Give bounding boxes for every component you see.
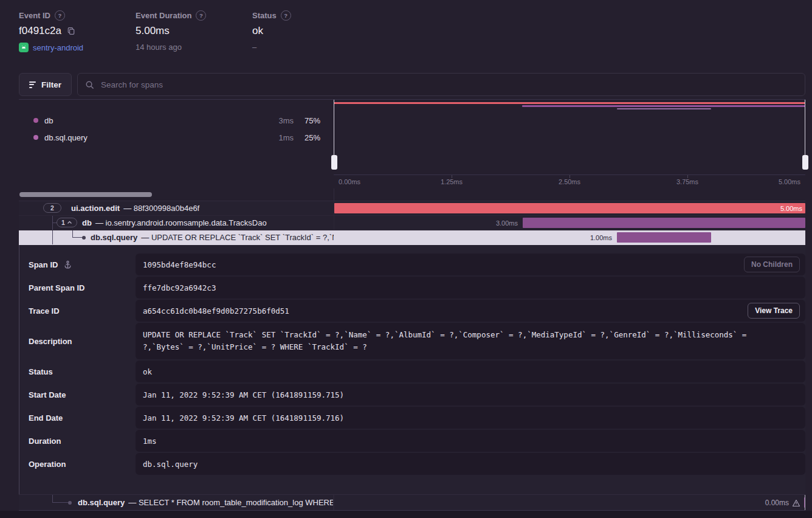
op-color-dot <box>33 118 38 123</box>
project-link[interactable]: sentry-android <box>33 43 83 52</box>
axis-label: 3.75ms <box>676 178 698 185</box>
event-id-label: Event ID <box>19 11 50 20</box>
span-row-db-sql-query-select[interactable]: db.sql.query— SELECT * FROM room_table_m… <box>19 494 805 510</box>
filter-button-label: Filter <box>41 80 61 89</box>
detail-label: Span ID <box>29 260 58 269</box>
search-input[interactable] <box>100 80 797 90</box>
status-detail-value: ok <box>143 367 152 376</box>
span-row-ui-action-edit[interactable]: 2 ui.action.edit— 88f300998a0b4e6f 5.00m… <box>19 201 805 216</box>
span-duration: 0.00ms <box>765 499 789 507</box>
filter-button[interactable]: Filter <box>19 73 72 96</box>
event-age: 14 hours ago <box>136 43 182 52</box>
minimap-span-line <box>617 108 711 109</box>
detail-row-span-id: Span ID 1095bd4ef8e94bcc No Children <box>19 254 805 275</box>
search-icon <box>85 80 94 89</box>
drag-grip[interactable] <box>802 155 808 170</box>
legend-row-db[interactable]: db 3ms 75% <box>19 112 334 129</box>
status-sub: – <box>252 43 256 52</box>
event-duration-value: 5.00ms <box>136 25 170 37</box>
event-duration-column: Event Duration ? 5.00ms 14 hours ago <box>136 10 252 52</box>
detail-row-start-date: Start Date Jan 11, 2022 9:52:39 AM CET (… <box>19 384 805 406</box>
minimap-section: db 3ms 75% db.sql.query 1ms 25% <box>19 100 805 188</box>
help-icon[interactable]: ? <box>196 10 206 21</box>
detail-row-operation: Operation db.sql.query <box>19 453 805 475</box>
minimap-span-line <box>522 105 805 107</box>
help-icon[interactable]: ? <box>281 10 291 21</box>
span-bar <box>617 232 711 243</box>
axis-label: 0.00ms <box>339 178 360 185</box>
span-op: db <box>82 218 92 227</box>
detail-row-end-date: End Date Jan 11, 2022 9:52:39 AM CET (16… <box>19 407 805 429</box>
trace-minimap[interactable]: 0.00ms 1.25ms 2.50ms 3.75ms 5.00ms <box>334 100 805 188</box>
span-id-value: 1095bd4ef8e94bcc <box>143 260 216 269</box>
span-description: — UPDATE OR REPLACE `Track` SET `TrackId… <box>141 233 334 242</box>
view-trace-button[interactable]: View Trace <box>748 303 800 319</box>
span-row-db[interactable]: 1 db— io.sentry.android.roomsample.data.… <box>19 216 805 230</box>
span-search-box <box>77 73 805 96</box>
span-bar <box>523 218 805 228</box>
start-date-value: Jan 11, 2022 9:52:39 AM CET (1641891159.… <box>143 390 344 399</box>
status-label: Status <box>252 11 277 20</box>
event-duration-label: Event Duration <box>136 11 191 20</box>
children-count-pill[interactable]: 1 <box>57 218 77 227</box>
detail-label: Status <box>29 367 53 376</box>
event-id-column: Event ID ? f0491c2a <box>19 10 136 52</box>
op-color-dot <box>33 135 38 140</box>
span-op: db.sql.query <box>91 233 137 242</box>
drag-grip[interactable] <box>331 155 337 170</box>
minimap-left-handle[interactable] <box>334 100 334 162</box>
detail-label: Trace ID <box>29 306 60 316</box>
legend-duration: 3ms <box>264 116 294 125</box>
event-id-value: f0491c2a <box>19 25 61 37</box>
legend-duration: 1ms <box>264 133 294 142</box>
minimap-right-handle[interactable] <box>805 100 805 162</box>
tree-scrollbar <box>19 188 805 201</box>
span-op: ui.action.edit <box>71 204 120 213</box>
event-header: Event ID ? f0491c2a <box>19 10 369 52</box>
operations-breakdown: db 3ms 75% db.sql.query 1ms 25% <box>19 100 334 188</box>
detail-label: Start Date <box>29 390 66 399</box>
no-children-button[interactable]: No Children <box>744 257 800 272</box>
leaf-bullet <box>68 501 72 505</box>
detail-label: Description <box>29 337 72 346</box>
leaf-bullet <box>82 236 86 240</box>
android-platform-icon <box>19 43 29 52</box>
legend-op-name: db <box>44 116 53 125</box>
span-details-panel: Span ID 1095bd4ef8e94bcc No Children Par… <box>19 245 805 494</box>
span-trace-view: Event ID ? f0491c2a <box>0 0 812 518</box>
span-duration: 1.00ms <box>590 230 612 245</box>
time-axis: 0.00ms 1.25ms 2.50ms 3.75ms 5.00ms <box>334 174 805 188</box>
duration-value: 1ms <box>143 437 157 446</box>
trace-panel: db 3ms 75% db.sql.query 1ms 25% <box>19 99 805 511</box>
chevron-up-icon <box>67 221 72 224</box>
span-duration: 5.00ms <box>780 203 802 214</box>
minimap-canvas <box>334 100 805 175</box>
filter-icon <box>29 81 36 88</box>
legend-percent: 25% <box>294 133 320 142</box>
span-toolbar: Filter <box>19 73 805 96</box>
detail-row-status: Status ok <box>19 361 805 382</box>
scrollbar-thumb[interactable] <box>19 192 152 197</box>
span-row-db-sql-query-selected[interactable]: db.sql.query— UPDATE OR REPLACE `Track` … <box>19 230 805 245</box>
span-duration: 3.00ms <box>496 216 518 230</box>
copy-icon[interactable] <box>67 27 75 35</box>
legend-row-db-sql-query[interactable]: db.sql.query 1ms 25% <box>19 129 334 146</box>
help-icon[interactable]: ? <box>55 10 65 21</box>
warning-icon <box>792 499 800 507</box>
end-date-value: Jan 11, 2022 9:52:39 AM CET (1641891159.… <box>143 413 344 423</box>
description-value: UPDATE OR REPLACE `Track` SET `TrackId` … <box>143 329 791 353</box>
status-column: Status ? ok – <box>252 10 369 52</box>
axis-label: 1.25ms <box>441 178 463 185</box>
minimap-span-line <box>334 102 805 104</box>
axis-label: 5.00ms <box>779 178 800 185</box>
detail-label: Operation <box>29 460 66 469</box>
span-description: — SELECT * FROM room_table_modification_… <box>128 498 334 507</box>
parent-span-id-value: ffe7dbc92a6942c3 <box>143 283 216 292</box>
trace-id-value: a654cc61dc0b48ef9d0b27275b6f0d51 <box>143 306 289 316</box>
detail-row-parent-span-id: Parent Span ID ffe7dbc92a6942c3 <box>19 277 805 299</box>
axis-label: 2.50ms <box>559 178 580 185</box>
children-count-pill[interactable]: 2 <box>43 203 61 213</box>
span-bar: 5.00ms <box>334 203 805 213</box>
anchor-icon[interactable] <box>63 260 72 269</box>
detail-row-duration: Duration 1ms <box>19 430 805 452</box>
